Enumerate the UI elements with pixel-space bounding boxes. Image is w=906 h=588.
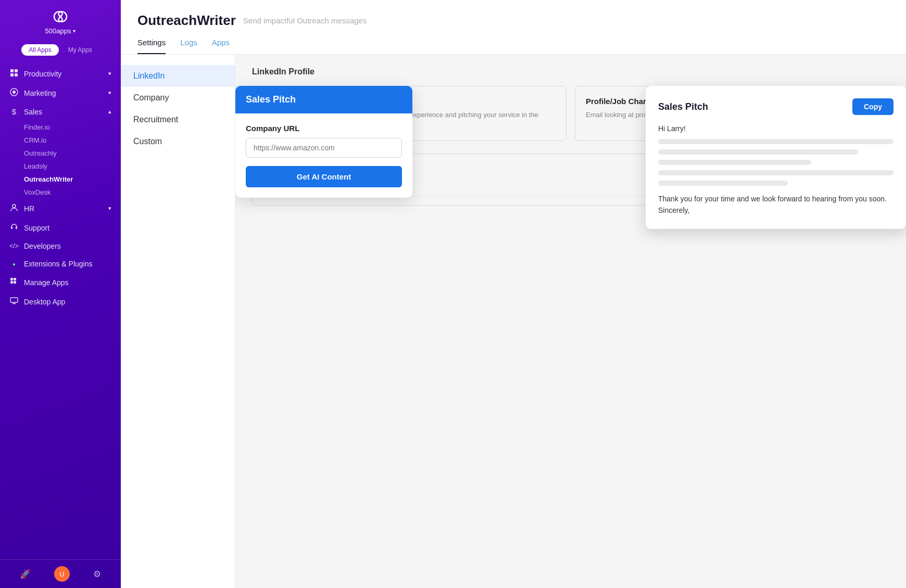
- all-apps-tab[interactable]: All Apps: [21, 44, 58, 56]
- tab-settings[interactable]: Settings: [137, 38, 166, 54]
- sidebar-subitem-outreachly[interactable]: Outreachly: [0, 147, 121, 160]
- sidebar: 500apps ▾ All Apps My Apps Productivity …: [0, 0, 121, 588]
- apps-icon: [9, 277, 19, 287]
- code-icon: </>: [9, 242, 19, 250]
- nav-section: Productivity ▾ Marketing ▾ $ Sales ▴ Fin…: [0, 62, 121, 313]
- sidebar-item-developers[interactable]: </> Developers: [0, 237, 121, 255]
- result-footer: Thank you for your time and we look forw…: [658, 193, 894, 216]
- left-nav-company[interactable]: Company: [121, 87, 235, 109]
- sidebar-footer: 🚀 U ⚙: [0, 559, 121, 588]
- circle-icon: ●: [9, 261, 19, 267]
- company-url-input[interactable]: [246, 138, 402, 158]
- sidebar-header: 500apps ▾: [0, 0, 121, 40]
- content-area: LinkedIn Company Recruitment Custom Link…: [121, 55, 906, 588]
- svg-rect-8: [10, 278, 13, 280]
- marketing-icon: [9, 88, 19, 98]
- main-tabs: Settings Logs Apps: [137, 38, 889, 54]
- svg-rect-12: [10, 298, 18, 302]
- sidebar-item-marketing-label: Marketing: [24, 89, 56, 97]
- svg-rect-11: [14, 281, 16, 284]
- sidebar-item-support[interactable]: Support: [0, 218, 121, 237]
- chevron-down-icon-3: ▾: [108, 205, 111, 212]
- left-nav-recruitment[interactable]: Recruitment: [121, 109, 235, 131]
- desktop-icon: [9, 297, 19, 306]
- sidebar-item-marketing[interactable]: Marketing ▾: [0, 83, 121, 103]
- svg-rect-6: [11, 227, 12, 229]
- sidebar-item-manage-apps-label: Manage Apps: [24, 278, 69, 287]
- chevron-up-icon: ▴: [108, 108, 111, 115]
- skeleton-line-5: [658, 181, 788, 186]
- headset-icon: [9, 223, 19, 233]
- sidebar-item-productivity[interactable]: Productivity ▾: [0, 64, 121, 83]
- chevron-down-icon: ▾: [108, 70, 111, 77]
- brand-chevron-icon: ▾: [73, 28, 76, 34]
- svg-rect-10: [10, 281, 13, 284]
- brand-name: 500apps: [45, 27, 71, 35]
- popup-header-title: Sales Pitch: [246, 94, 402, 105]
- sidebar-subitem-leadsly[interactable]: Leadsly: [0, 160, 121, 173]
- sidebar-item-support-label: Support: [24, 224, 49, 232]
- sidebar-item-desktop-app[interactable]: Desktop App: [0, 292, 121, 311]
- person-icon: [9, 203, 19, 213]
- sidebar-item-desktop-app-label: Desktop App: [24, 298, 65, 306]
- brand-logo-icon: [48, 9, 73, 24]
- sidebar-item-sales-label: Sales: [24, 108, 42, 116]
- result-header: Sales Pitch Copy: [658, 98, 894, 115]
- tab-logs[interactable]: Logs: [180, 38, 197, 54]
- my-apps-tab[interactable]: My Apps: [61, 44, 99, 56]
- right-panel: LinkedIn Profile Profile and Pitch Simpl…: [235, 55, 906, 588]
- main-content: OutreachWriter Send impactful Outreach m…: [121, 0, 906, 588]
- company-url-label: Company URL: [246, 124, 402, 133]
- sales-pitch-popup: Sales Pitch Company URL Get AI Content: [235, 86, 412, 198]
- brand-row[interactable]: 500apps ▾: [45, 27, 76, 35]
- sales-pitch-result-panel: Sales Pitch Copy Hi Larry! Thank you for…: [646, 86, 906, 229]
- svg-rect-0: [10, 69, 14, 72]
- svg-rect-3: [15, 73, 18, 76]
- result-footer-line2: Sincerely,: [658, 204, 894, 216]
- app-title: OutreachWriter: [137, 12, 236, 29]
- sidebar-item-hr[interactable]: HR ▾: [0, 199, 121, 218]
- user-avatar[interactable]: U: [54, 566, 70, 582]
- sidebar-item-hr-label: HR: [24, 204, 34, 213]
- main-header: OutreachWriter Send impactful Outreach m…: [121, 0, 906, 55]
- chevron-down-icon-2: ▾: [108, 90, 111, 96]
- svg-rect-7: [16, 227, 17, 229]
- sidebar-tabs: All Apps My Apps: [0, 40, 121, 62]
- section-title: LinkedIn Profile: [252, 67, 889, 76]
- app-subtitle: Send impactful Outreach messages: [243, 16, 367, 25]
- svg-point-5: [12, 204, 16, 208]
- result-title: Sales Pitch: [658, 101, 708, 112]
- sidebar-item-manage-apps[interactable]: Manage Apps: [0, 273, 121, 292]
- rocket-icon[interactable]: 🚀: [20, 569, 31, 580]
- get-ai-content-button[interactable]: Get AI Content: [246, 166, 402, 187]
- sidebar-subitem-finder[interactable]: Finder.io: [0, 121, 121, 134]
- left-panel: LinkedIn Company Recruitment Custom: [121, 55, 235, 588]
- app-title-row: OutreachWriter Send impactful Outreach m…: [137, 12, 889, 29]
- popup-body: Company URL Get AI Content: [235, 113, 412, 198]
- skeleton-line-3: [658, 160, 811, 165]
- result-greeting: Hi Larry!: [658, 124, 894, 133]
- sidebar-item-extensions-label: Extensions & Plugins: [24, 260, 93, 268]
- settings-icon[interactable]: ⚙: [93, 569, 101, 580]
- svg-rect-1: [15, 69, 18, 72]
- dollar-icon: $: [9, 107, 19, 116]
- sidebar-item-developers-label: Developers: [24, 242, 61, 250]
- result-footer-line1: Thank you for your time and we look forw…: [658, 193, 894, 204]
- sidebar-subitem-outreachwriter[interactable]: OutreachWriter: [0, 173, 121, 186]
- sidebar-item-extensions[interactable]: ● Extensions & Plugins: [0, 255, 121, 273]
- svg-rect-2: [10, 73, 14, 76]
- left-nav-custom[interactable]: Custom: [121, 131, 235, 152]
- sidebar-item-sales[interactable]: $ Sales ▴: [0, 103, 121, 121]
- skeleton-line-1: [658, 139, 894, 144]
- tab-apps[interactable]: Apps: [212, 38, 230, 54]
- grid-icon: [9, 69, 19, 79]
- skeleton-line-2: [658, 149, 858, 155]
- left-nav-linkedin[interactable]: LinkedIn: [121, 65, 235, 87]
- sidebar-subitem-crm[interactable]: CRM.io: [0, 134, 121, 147]
- copy-button[interactable]: Copy: [852, 98, 894, 115]
- sidebar-subitem-voxdesk[interactable]: VoxDesk: [0, 186, 121, 199]
- svg-rect-9: [14, 278, 16, 280]
- skeleton-line-4: [658, 170, 894, 175]
- sidebar-item-productivity-label: Productivity: [24, 70, 61, 78]
- popup-header: Sales Pitch: [235, 86, 412, 113]
